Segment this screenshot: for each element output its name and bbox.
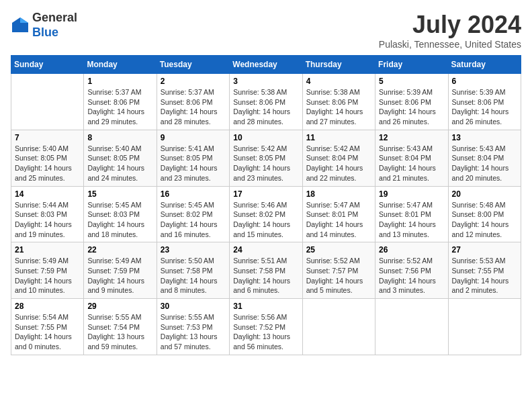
- day-number: 4: [306, 77, 371, 86]
- logo-blue-text: Blue: [32, 26, 58, 39]
- day-number: 8: [87, 133, 152, 142]
- day-info: Sunrise: 5:44 AM Sunset: 8:03 PM Dayligh…: [15, 200, 80, 240]
- weekday-header: Sunday: [11, 56, 84, 74]
- calendar-cell: 23Sunrise: 5:50 AM Sunset: 7:58 PM Dayli…: [157, 242, 229, 299]
- day-info: Sunrise: 5:45 AM Sunset: 8:02 PM Dayligh…: [161, 200, 226, 240]
- calendar-cell: 15Sunrise: 5:45 AM Sunset: 8:03 PM Dayli…: [84, 186, 157, 242]
- calendar-week-row: 14Sunrise: 5:44 AM Sunset: 8:03 PM Dayli…: [11, 186, 521, 242]
- day-number: 18: [306, 189, 371, 199]
- day-info: Sunrise: 5:39 AM Sunset: 8:06 PM Dayligh…: [379, 87, 444, 127]
- calendar-header: SundayMondayTuesdayWednesdayThursdayFrid…: [11, 56, 521, 74]
- calendar-cell: 6Sunrise: 5:39 AM Sunset: 8:06 PM Daylig…: [448, 74, 521, 130]
- day-number: 25: [306, 245, 371, 255]
- calendar-cell: 25Sunrise: 5:52 AM Sunset: 7:57 PM Dayli…: [302, 242, 375, 299]
- calendar-cell: 30Sunrise: 5:55 AM Sunset: 7:53 PM Dayli…: [157, 299, 229, 355]
- calendar-cell: 14Sunrise: 5:44 AM Sunset: 8:03 PM Dayli…: [11, 186, 84, 242]
- day-info: Sunrise: 5:50 AM Sunset: 7:58 PM Dayligh…: [161, 256, 226, 295]
- logo-icon: [11, 16, 30, 35]
- calendar-cell: 7Sunrise: 5:40 AM Sunset: 8:05 PM Daylig…: [11, 130, 84, 186]
- day-number: 5: [379, 77, 444, 86]
- calendar-cell: 19Sunrise: 5:47 AM Sunset: 8:01 PM Dayli…: [375, 186, 448, 242]
- day-number: 13: [452, 133, 517, 142]
- calendar-cell: 21Sunrise: 5:49 AM Sunset: 7:59 PM Dayli…: [11, 242, 84, 299]
- day-number: 3: [233, 77, 298, 86]
- calendar-cell: 4Sunrise: 5:38 AM Sunset: 8:06 PM Daylig…: [302, 74, 375, 130]
- calendar-cell: 12Sunrise: 5:43 AM Sunset: 8:04 PM Dayli…: [375, 130, 448, 186]
- calendar-cell: 10Sunrise: 5:42 AM Sunset: 8:05 PM Dayli…: [230, 130, 302, 186]
- title-block: July 2024 Pulaski, Tennessee, United Sta…: [379, 11, 521, 50]
- day-info: Sunrise: 5:46 AM Sunset: 8:02 PM Dayligh…: [233, 200, 298, 240]
- day-info: Sunrise: 5:52 AM Sunset: 7:57 PM Dayligh…: [306, 256, 371, 295]
- calendar-body: 1Sunrise: 5:37 AM Sunset: 8:06 PM Daylig…: [11, 74, 521, 355]
- day-info: Sunrise: 5:42 AM Sunset: 8:04 PM Dayligh…: [306, 144, 371, 183]
- calendar-cell: 27Sunrise: 5:53 AM Sunset: 7:55 PM Dayli…: [448, 242, 521, 299]
- header-row: SundayMondayTuesdayWednesdayThursdayFrid…: [11, 56, 521, 74]
- day-number: 27: [452, 245, 517, 255]
- logo-general-text: General: [32, 11, 77, 24]
- calendar-cell: 29Sunrise: 5:55 AM Sunset: 7:54 PM Dayli…: [84, 299, 157, 355]
- day-info: Sunrise: 5:54 AM Sunset: 7:55 PM Dayligh…: [15, 312, 80, 352]
- day-number: 28: [15, 302, 80, 311]
- day-number: 29: [87, 302, 152, 311]
- day-info: Sunrise: 5:49 AM Sunset: 7:59 PM Dayligh…: [15, 256, 80, 295]
- calendar-week-row: 21Sunrise: 5:49 AM Sunset: 7:59 PM Dayli…: [11, 242, 521, 299]
- calendar-week-row: 7Sunrise: 5:40 AM Sunset: 8:05 PM Daylig…: [11, 130, 521, 186]
- calendar-cell: 22Sunrise: 5:49 AM Sunset: 7:59 PM Dayli…: [84, 242, 157, 299]
- calendar-table: SundayMondayTuesdayWednesdayThursdayFrid…: [11, 55, 521, 355]
- day-info: Sunrise: 5:56 AM Sunset: 7:52 PM Dayligh…: [233, 312, 298, 352]
- weekday-header: Friday: [375, 56, 448, 74]
- calendar-cell: 11Sunrise: 5:42 AM Sunset: 8:04 PM Dayli…: [302, 130, 375, 186]
- calendar-cell: [11, 74, 84, 130]
- day-info: Sunrise: 5:45 AM Sunset: 8:03 PM Dayligh…: [87, 200, 152, 240]
- calendar-cell: 18Sunrise: 5:47 AM Sunset: 8:01 PM Dayli…: [302, 186, 375, 242]
- day-number: 24: [233, 245, 298, 255]
- weekday-header: Monday: [84, 56, 157, 74]
- day-info: Sunrise: 5:37 AM Sunset: 8:06 PM Dayligh…: [87, 87, 152, 127]
- day-info: Sunrise: 5:40 AM Sunset: 8:05 PM Dayligh…: [15, 144, 80, 183]
- day-number: 9: [161, 133, 226, 142]
- calendar-cell: 3Sunrise: 5:38 AM Sunset: 8:06 PM Daylig…: [230, 74, 302, 130]
- day-info: Sunrise: 5:51 AM Sunset: 7:58 PM Dayligh…: [233, 256, 298, 295]
- day-number: 17: [233, 189, 298, 199]
- day-number: 12: [379, 133, 444, 142]
- day-number: 23: [161, 245, 226, 255]
- weekday-header: Thursday: [302, 56, 375, 74]
- day-number: 1: [87, 77, 152, 86]
- day-number: 7: [15, 133, 80, 142]
- calendar-cell: 16Sunrise: 5:45 AM Sunset: 8:02 PM Dayli…: [157, 186, 229, 242]
- day-info: Sunrise: 5:47 AM Sunset: 8:01 PM Dayligh…: [306, 200, 371, 240]
- day-number: 2: [161, 77, 226, 86]
- calendar-cell: 20Sunrise: 5:48 AM Sunset: 8:00 PM Dayli…: [448, 186, 521, 242]
- calendar-cell: [302, 299, 375, 355]
- calendar-cell: 17Sunrise: 5:46 AM Sunset: 8:02 PM Dayli…: [230, 186, 302, 242]
- day-number: 14: [15, 189, 80, 199]
- day-info: Sunrise: 5:37 AM Sunset: 8:06 PM Dayligh…: [161, 87, 226, 127]
- day-info: Sunrise: 5:55 AM Sunset: 7:54 PM Dayligh…: [87, 312, 152, 352]
- day-info: Sunrise: 5:38 AM Sunset: 8:06 PM Dayligh…: [306, 87, 371, 127]
- day-number: 15: [87, 189, 152, 199]
- calendar-cell: 5Sunrise: 5:39 AM Sunset: 8:06 PM Daylig…: [375, 74, 448, 130]
- calendar-cell: 2Sunrise: 5:37 AM Sunset: 8:06 PM Daylig…: [157, 74, 229, 130]
- day-info: Sunrise: 5:39 AM Sunset: 8:06 PM Dayligh…: [452, 87, 517, 127]
- page-header: General Blue July 2024 Pulaski, Tennesse…: [11, 11, 521, 50]
- day-info: Sunrise: 5:53 AM Sunset: 7:55 PM Dayligh…: [452, 256, 517, 295]
- day-number: 21: [15, 245, 80, 255]
- calendar-cell: 9Sunrise: 5:41 AM Sunset: 8:05 PM Daylig…: [157, 130, 229, 186]
- day-number: 31: [233, 302, 298, 311]
- calendar-cell: [448, 299, 521, 355]
- day-info: Sunrise: 5:49 AM Sunset: 7:59 PM Dayligh…: [87, 256, 152, 295]
- day-info: Sunrise: 5:40 AM Sunset: 8:05 PM Dayligh…: [87, 144, 152, 183]
- location: Pulaski, Tennessee, United States: [379, 39, 521, 50]
- day-number: 19: [379, 189, 444, 199]
- calendar-cell: 26Sunrise: 5:52 AM Sunset: 7:56 PM Dayli…: [375, 242, 448, 299]
- day-number: 30: [161, 302, 226, 311]
- calendar-cell: 13Sunrise: 5:43 AM Sunset: 8:04 PM Dayli…: [448, 130, 521, 186]
- calendar-cell: 31Sunrise: 5:56 AM Sunset: 7:52 PM Dayli…: [230, 299, 302, 355]
- weekday-header: Wednesday: [230, 56, 302, 74]
- svg-marker-1: [20, 17, 28, 23]
- calendar-cell: 8Sunrise: 5:40 AM Sunset: 8:05 PM Daylig…: [84, 130, 157, 186]
- weekday-header: Tuesday: [157, 56, 229, 74]
- day-number: 11: [306, 133, 371, 142]
- calendar-cell: [375, 299, 448, 355]
- calendar-week-row: 28Sunrise: 5:54 AM Sunset: 7:55 PM Dayli…: [11, 299, 521, 355]
